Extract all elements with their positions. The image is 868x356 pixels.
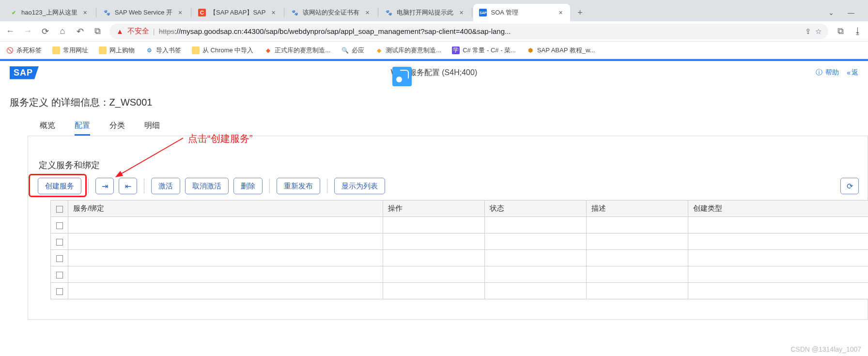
republish-button[interactable]: 重新发布: [277, 178, 320, 194]
minimize-icon[interactable]: —: [848, 9, 854, 16]
annotation-arrow: [110, 133, 188, 182]
tab-cert-warning[interactable]: 🐾 该网站的安全证书有 ×: [285, 4, 377, 21]
tab-overview[interactable]: 概览: [40, 118, 55, 136]
tabs-icon[interactable]: ⧉: [92, 26, 103, 36]
block-icon: 🚫: [6, 46, 14, 54]
bookmark-chrome-import[interactable]: 从 Chrome 中导入: [192, 46, 253, 55]
checkbox-icon[interactable]: [56, 255, 63, 262]
tab-label: 【SAP ABAP】SAP: [210, 8, 265, 17]
tab-site-tip[interactable]: 🐾 电脑打开网站提示此 ×: [379, 4, 471, 21]
bookmark-csharp[interactable]: 学C# 常量 - C# - 菜...: [452, 46, 516, 55]
close-icon[interactable]: ×: [363, 9, 371, 16]
tab-label: hao123_上网从这里: [21, 8, 78, 17]
window-controls: ⌄ —: [819, 9, 864, 21]
csdn-icon: C: [198, 9, 206, 16]
bookmark-bing[interactable]: 🔍必应: [341, 46, 364, 55]
bookmark-sap-abap[interactable]: ⬢SAP ABAP 教程_w...: [527, 46, 595, 55]
baidu-icon: 🐾: [385, 9, 393, 16]
book-icon: 学: [452, 46, 460, 54]
tab-strip: ✔ hao123_上网从这里 × 🐾 SAP Web Service 开 × C…: [0, 0, 868, 21]
folder-icon: [99, 46, 107, 54]
bookmark-common[interactable]: 常用网址: [52, 46, 88, 55]
hex-icon: ⬢: [527, 46, 534, 54]
show-as-list-button[interactable]: 显示为列表: [334, 178, 385, 194]
checkbox-icon[interactable]: [56, 272, 63, 279]
deactivate-button[interactable]: 取消激活: [185, 178, 229, 194]
warning-icon: ▲: [116, 27, 124, 35]
address-bar: ← → ⟳ ⌂ ↶ ⧉ ▲ 不安全 | https://mysap.goodsa…: [0, 21, 868, 42]
baidu-icon: 🐾: [103, 9, 111, 16]
refresh-button[interactable]: ⟳: [840, 178, 859, 194]
reload-icon[interactable]: ⟳: [40, 26, 50, 37]
close-icon[interactable]: ×: [81, 9, 89, 16]
close-icon[interactable]: ×: [557, 9, 564, 16]
create-service-button[interactable]: 创建服务: [38, 178, 81, 194]
help-link[interactable]: ⓘ帮助: [816, 68, 839, 77]
star-icon[interactable]: ☆: [815, 27, 822, 36]
bookmark-shopping[interactable]: 网上购物: [99, 46, 135, 55]
bookmark-test[interactable]: ◆测试库的赛意制造...: [375, 46, 441, 55]
table-row[interactable]: [51, 250, 868, 266]
select-all-header[interactable]: [51, 201, 68, 217]
url-field[interactable]: ▲ 不安全 | https://mysap.goodsap.cn:44300/s…: [109, 24, 828, 39]
tab-category[interactable]: 分类: [109, 118, 125, 136]
close-icon[interactable]: ×: [176, 9, 184, 16]
table-row[interactable]: [51, 233, 868, 250]
checkbox-icon[interactable]: [56, 206, 63, 213]
translate-icon[interactable]: ⧉: [835, 26, 846, 36]
tab-config[interactable]: 配置: [75, 118, 90, 136]
close-icon[interactable]: ×: [269, 9, 277, 16]
download-icon[interactable]: ⭳: [852, 26, 863, 36]
config-panel: 点击“创建服务” 定义服务和绑定 创建服务 ⇥ ⇤ 激活 取消激活 删除 重新发…: [28, 136, 868, 320]
share-icon[interactable]: ⇪: [805, 27, 811, 36]
toolbar: 创建服务 ⇥ ⇤ 激活 取消激活 删除 重新发布 显示为列表 ⟳: [38, 178, 859, 194]
tab-hao123[interactable]: ✔ hao123_上网从这里 ×: [4, 4, 95, 21]
section-title: 定义服务和绑定: [39, 159, 859, 171]
bookmarks-bar: 🚫杀死标签 常用网址 网上购物 ⚙导入书签 从 Chrome 中导入 ◆正式库的…: [0, 42, 868, 59]
tab-label: 该网站的安全证书有: [303, 8, 359, 17]
tab-label: SAP Web Service 开: [115, 8, 172, 17]
delete-button[interactable]: 删除: [233, 178, 263, 194]
security-label: 不安全: [127, 27, 149, 36]
tab-soa-management[interactable]: SAP SOA 管理 ×: [473, 4, 570, 21]
shield-icon: ◆: [264, 46, 272, 54]
table-row[interactable]: [51, 283, 868, 299]
forward-icon: →: [22, 26, 33, 36]
url-text: https://mysap.goodsap.cn:44300/sap/bc/we…: [159, 27, 801, 35]
tab-label: SOA 管理: [491, 8, 553, 17]
tab-label: 电脑打开网站提示此: [397, 8, 453, 17]
tab-detail[interactable]: 明细: [144, 118, 160, 136]
chevron-down-icon[interactable]: ⌄: [828, 9, 834, 16]
activate-button[interactable]: 激活: [151, 178, 180, 194]
table-row[interactable]: [51, 217, 868, 233]
tab-sap-web-service[interactable]: 🐾 SAP Web Service 开 ×: [97, 4, 190, 21]
export-button[interactable]: ⇤: [119, 178, 137, 194]
bookmark-import[interactable]: ⚙导入书签: [145, 46, 181, 55]
floating-widget-icon[interactable]: [392, 67, 412, 86]
checkbox-icon[interactable]: [56, 239, 63, 246]
new-tab-button[interactable]: +: [573, 6, 587, 19]
home-icon[interactable]: ⌂: [57, 26, 68, 36]
sap-header: SAP Web 服务配置 (S4H;400) ⓘ帮助 «返: [0, 61, 868, 84]
bookmark-prod[interactable]: ◆正式库的赛意制造...: [264, 46, 330, 55]
col-desc: 描述: [587, 201, 688, 217]
bookmark-kill-tab[interactable]: 🚫杀死标签: [6, 46, 42, 55]
table-row[interactable]: [51, 266, 868, 283]
checkbox-icon[interactable]: [56, 288, 63, 295]
annotation-text: 点击“创建服务”: [188, 132, 252, 145]
detail-tabs: 概览 配置 分类 明细: [7, 118, 868, 136]
checkbox-icon[interactable]: [56, 222, 63, 229]
import-button[interactable]: ⇥: [95, 178, 114, 194]
sap-logo: SAP: [10, 66, 39, 79]
gear-icon: ⚙: [145, 46, 153, 54]
detail-title: 服务定义 的详细信息：Z_WS001: [7, 90, 868, 118]
col-action: 操作: [383, 201, 485, 217]
shield-icon: ◆: [375, 46, 383, 54]
tab-sap-abap[interactable]: C 【SAP ABAP】SAP ×: [192, 4, 283, 21]
table-body: [51, 217, 868, 299]
back-link[interactable]: «返: [847, 68, 858, 77]
baidu-icon: 🐾: [291, 9, 299, 16]
close-icon[interactable]: ×: [457, 9, 465, 16]
undo-icon[interactable]: ↶: [75, 26, 85, 37]
back-icon[interactable]: ←: [5, 26, 16, 36]
